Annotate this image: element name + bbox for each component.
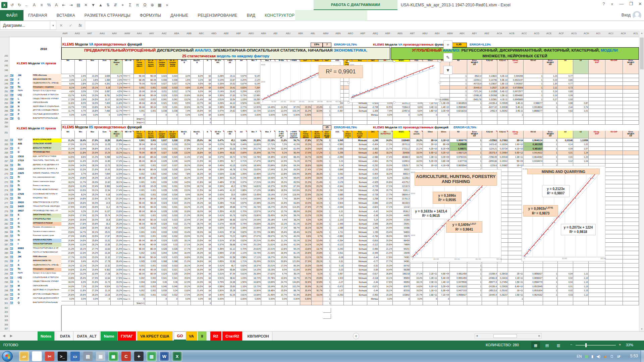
cell[interactable]: 31,2% [300, 109, 312, 113]
cell[interactable] [623, 89, 639, 94]
cell[interactable]: 20,13% [247, 243, 261, 247]
cell[interactable]: Эласт>1 [123, 151, 134, 155]
cell[interactable]: 16,5% [87, 172, 99, 176]
cell[interactable] [167, 117, 178, 121]
cell[interactable]: Эласт>1 [123, 259, 134, 263]
cell[interactable]: 17,7% [178, 247, 191, 251]
cell[interactable]: 0,027 [167, 82, 178, 86]
cell[interactable]: 1 [543, 138, 558, 142]
cell[interactable]: 0,001 [145, 293, 157, 297]
cell[interactable] [623, 230, 639, 234]
cell[interactable]: 5E-04 [145, 201, 157, 205]
cell[interactable]: 1,05% [236, 226, 247, 230]
cell[interactable]: 11,4% [178, 155, 191, 159]
row-header[interactable]: 244 [4, 60, 8, 62]
cell[interactable] [605, 82, 623, 86]
cell[interactable]: 1 [323, 105, 331, 109]
cell[interactable]: 55,6% [287, 176, 300, 180]
cell[interactable]: -1,462 [367, 151, 379, 155]
row-header[interactable]: 249 [4, 82, 8, 85]
cell[interactable]: 14,5% [61, 155, 75, 159]
cell[interactable]: 21,4% [312, 180, 323, 184]
cell[interactable]: 18,37% [247, 264, 261, 268]
cell[interactable] [497, 297, 508, 301]
cell[interactable]: 20,84% [261, 164, 275, 168]
cell[interactable]: Эласт>1 [123, 101, 134, 105]
column-field-header[interactable]: MX [61, 131, 75, 138]
row-label[interactable]: FIRE+Ипотека [33, 255, 61, 259]
cell[interactable]: 0 [438, 113, 450, 117]
cell[interactable]: Эласт>1 [123, 155, 134, 159]
row-header[interactable]: 278 [4, 206, 8, 208]
cell[interactable]: 0,28% [212, 74, 224, 78]
cell[interactable]: 0,021 [157, 268, 167, 272]
chart-selection-handle[interactable] [439, 101, 441, 104]
cell[interactable]: 0,77% [236, 205, 247, 209]
cell[interactable]: 24,4% [191, 264, 204, 268]
cell[interactable]: 17,0% [178, 293, 191, 297]
cell[interactable] [623, 218, 639, 222]
cell[interactable]: Меньша [353, 214, 367, 218]
cell[interactable]: 0,74 [573, 105, 589, 109]
cell[interactable]: 0,23 [331, 159, 344, 163]
cell[interactable]: 27211,2 [393, 147, 410, 151]
cell[interactable]: 5,4E+09 [438, 276, 450, 280]
cell[interactable]: 9,0% [300, 272, 312, 276]
cell[interactable]: 88,6% [287, 209, 300, 214]
cell[interactable]: 17,12% [247, 188, 261, 192]
column-field-header[interactable]: MX(F) [393, 131, 410, 138]
cell[interactable]: 0,04 [558, 272, 573, 276]
cell[interactable]: Эласт<1 [123, 109, 134, 113]
cell[interactable]: 8E-04 [145, 176, 157, 180]
cell[interactable]: 30,7% [312, 289, 323, 293]
cell[interactable]: 9,3% [312, 197, 323, 201]
cell[interactable] [344, 285, 353, 289]
cell[interactable]: 5E-04 [134, 201, 145, 205]
cell[interactable]: 0,03 [167, 243, 178, 247]
cell[interactable]: 1,03% [236, 276, 247, 280]
cell[interactable]: 1E+10 [423, 164, 438, 168]
row-link[interactable]: ПЗ [10, 151, 17, 153]
cell[interactable]: 16,5% [410, 289, 423, 293]
column-field-header[interactable]: MX [61, 59, 75, 74]
cell[interactable]: 8E-04 [134, 209, 145, 214]
row-header[interactable]: 280 [4, 214, 8, 217]
cell[interactable] [344, 117, 353, 121]
column-field-header[interactable]: Max [87, 131, 99, 138]
cell[interactable]: 24,1% [191, 147, 204, 151]
cell[interactable]: 1 [323, 159, 331, 163]
cell[interactable]: 6E-05 [134, 78, 145, 82]
cell[interactable]: 0,018 [157, 142, 167, 146]
cell[interactable]: 7E-04 [134, 151, 145, 155]
cell[interactable] [623, 86, 639, 90]
cell[interactable]: 0,988277 [524, 101, 543, 105]
cell[interactable]: 0,95% [236, 109, 247, 113]
cell[interactable]: 5E-04 [134, 218, 145, 222]
cell[interactable]: 20,8% [312, 251, 323, 255]
row-header[interactable]: 256 [4, 110, 8, 112]
minimize-button[interactable]: — [619, 1, 624, 6]
cell[interactable]: 3E+14 [423, 138, 438, 142]
cell[interactable] [75, 117, 87, 121]
cell[interactable]: 23,6% [191, 164, 204, 168]
cell[interactable]: 23,8% [111, 230, 123, 234]
cell[interactable]: 5,14% [247, 74, 261, 78]
cell[interactable]: 29,2% [87, 264, 99, 268]
column-field-header[interactable]: SX_Г - средне квадр атичн [157, 131, 167, 138]
column-header-letter[interactable]: ABQ [373, 32, 378, 35]
row-label[interactable]: СТРОИТЕЛЬСТВО [33, 218, 61, 222]
cell[interactable]: 19,93% [261, 176, 275, 180]
cell[interactable] [344, 105, 353, 109]
cell[interactable]: 11,4% [191, 86, 204, 90]
cell[interactable]: 61,4% [287, 147, 300, 151]
cell[interactable] [344, 251, 353, 255]
cell[interactable]: 0,00% [287, 297, 300, 301]
cell[interactable]: 14,9% [178, 159, 191, 163]
row-code[interactable]: K [18, 264, 33, 268]
cell[interactable]: 20,3% [191, 255, 204, 259]
cell[interactable]: 0,035 [167, 188, 178, 192]
cell[interactable]: 64 [204, 264, 212, 268]
cell[interactable]: 1 [323, 226, 331, 230]
row-link[interactable]: ПЗ [10, 251, 17, 253]
column-field-header[interactable]: del [236, 131, 247, 138]
